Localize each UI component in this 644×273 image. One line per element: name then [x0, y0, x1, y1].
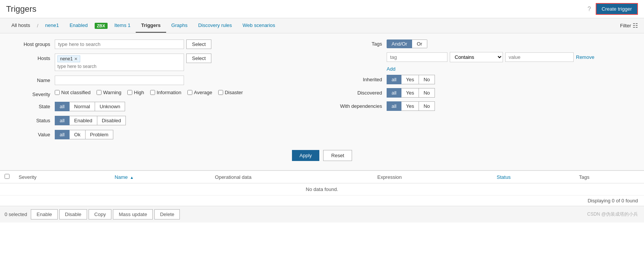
state-control: all Normal Unknown: [55, 102, 314, 111]
hostgroups-select-btn[interactable]: Select: [186, 39, 211, 49]
severity-information[interactable]: Information: [150, 90, 181, 95]
filter-row-value: Value all Ok Problem: [9, 130, 314, 139]
hosts-search-input[interactable]: [57, 64, 111, 69]
discovered-label: Discovered: [330, 90, 387, 96]
state-all-btn[interactable]: all: [55, 102, 69, 111]
status-disabled-btn[interactable]: Disabled: [97, 116, 126, 125]
nav-discovery[interactable]: Discovery rules: [193, 19, 237, 33]
header-right: ? Create trigger: [588, 3, 638, 15]
table-section: Severity Name ▲ Operational data Express…: [0, 171, 644, 206]
severity-disaster[interactable]: Disaster: [218, 90, 243, 95]
disable-button[interactable]: Disable: [59, 209, 87, 219]
discovered-no-btn[interactable]: No: [419, 88, 435, 98]
nav-web[interactable]: Web scenarios: [237, 19, 281, 33]
state-unknown-btn[interactable]: Unknown: [95, 102, 125, 111]
nav-enabled[interactable]: Enabled: [64, 19, 93, 33]
severity-high-check[interactable]: [127, 90, 132, 95]
tags-andor-btn[interactable]: And/Or: [387, 39, 412, 48]
reset-button[interactable]: Reset: [323, 150, 352, 161]
status-enabled-btn[interactable]: Enabled: [69, 116, 97, 125]
enable-button[interactable]: Enable: [31, 209, 57, 219]
mass-update-button[interactable]: Mass update: [113, 209, 152, 219]
severity-not-classified[interactable]: Not classified: [55, 90, 90, 95]
name-input[interactable]: [55, 76, 184, 85]
severity-warning-check[interactable]: [97, 90, 102, 95]
state-toggle-group: all Normal Unknown: [55, 102, 314, 111]
tags-or-btn[interactable]: Or: [412, 39, 427, 48]
delete-button[interactable]: Delete: [154, 209, 180, 219]
status-control: all Enabled Disabled: [55, 116, 314, 125]
hostgroups-input[interactable]: [55, 39, 184, 49]
no-data-cell: No data found.: [0, 183, 644, 196]
severity-high[interactable]: High: [127, 90, 144, 95]
tag-remove-link[interactable]: Remove: [576, 54, 594, 60]
severity-label: Severity: [9, 90, 55, 97]
filter-toggle[interactable]: Filter ☷: [620, 18, 638, 33]
filter-icon: ☷: [633, 22, 638, 29]
nav-triggers[interactable]: Triggers: [136, 19, 166, 33]
nav-tabs: All hosts / nene1 Enabled ZBX Items 1 Tr…: [6, 19, 281, 33]
hosts-select-btn[interactable]: Select: [186, 54, 211, 63]
nav-all-hosts[interactable]: All hosts: [6, 19, 35, 33]
with-dep-no-btn[interactable]: No: [419, 101, 435, 111]
tag-condition-select[interactable]: Contains Equals Does not contain Does no…: [450, 52, 503, 62]
with-dep-label: With dependencies: [330, 103, 387, 109]
hosts-input-wrap: nene1 ✕: [55, 54, 184, 71]
severity-information-check[interactable]: [150, 90, 155, 95]
state-normal-btn[interactable]: Normal: [69, 102, 95, 111]
host-tag-remove[interactable]: ✕: [74, 57, 78, 62]
severity-warning[interactable]: Warning: [97, 90, 121, 95]
th-tags[interactable]: Tags: [574, 171, 644, 183]
th-operational[interactable]: Operational data: [210, 171, 373, 183]
inherited-yes-btn[interactable]: Yes: [401, 75, 419, 84]
nav-host-nene1[interactable]: nene1: [40, 19, 64, 33]
th-severity[interactable]: Severity: [14, 171, 110, 183]
th-expression[interactable]: Expression: [373, 171, 492, 183]
page-header: Triggers ? Create trigger: [0, 0, 644, 18]
severity-disaster-check[interactable]: [218, 90, 223, 95]
create-trigger-button[interactable]: Create trigger: [596, 3, 638, 15]
inherited-no-btn[interactable]: No: [419, 75, 435, 84]
displaying-text: Displaying 0 of 0 found: [0, 196, 644, 206]
selected-count: 0 selected: [5, 211, 27, 217]
select-all-checkbox[interactable]: [5, 174, 10, 179]
value-all-btn[interactable]: all: [55, 130, 69, 139]
discovered-yes-btn[interactable]: Yes: [401, 88, 419, 98]
inherited-all-btn[interactable]: all: [387, 75, 401, 84]
th-status[interactable]: Status: [492, 171, 574, 183]
with-dep-all-btn[interactable]: all: [387, 101, 401, 111]
value-problem-btn[interactable]: Problem: [85, 130, 113, 139]
hostgroups-control: Select: [55, 39, 314, 49]
status-all-btn[interactable]: all: [55, 116, 69, 125]
host-tag-nene1: nene1 ✕: [57, 55, 80, 62]
apply-button[interactable]: Apply: [292, 150, 320, 161]
filter-row-with-dep: With dependencies all Yes No: [330, 101, 635, 111]
triggers-table: Severity Name ▲ Operational data Express…: [0, 171, 644, 196]
th-select-all[interactable]: [0, 171, 14, 183]
value-control: all Ok Problem: [55, 130, 314, 139]
inherited-toggle-group: all Yes No: [387, 75, 435, 84]
severity-average[interactable]: Average: [187, 90, 212, 95]
th-name[interactable]: Name ▲: [110, 171, 210, 183]
nav-graphs[interactable]: Graphs: [166, 19, 193, 33]
tag-filter-container: Contains Equals Does not contain Does no…: [387, 52, 635, 72]
tag-value-input[interactable]: [505, 52, 574, 62]
page-title: Triggers: [6, 4, 36, 14]
nav-bar: All hosts / nene1 Enabled ZBX Items 1 Tr…: [0, 18, 644, 33]
with-dep-yes-btn[interactable]: Yes: [401, 101, 419, 111]
discovered-all-btn[interactable]: all: [387, 88, 401, 98]
tag-add-link[interactable]: Add: [387, 66, 395, 72]
tag-name-input[interactable]: [387, 52, 447, 62]
severity-not-classified-check[interactable]: [55, 90, 60, 95]
tags-operator-group: And/Or Or: [387, 39, 427, 48]
copy-button[interactable]: Copy: [89, 209, 111, 219]
filter-left: Host groups Select Hosts nene1: [9, 39, 314, 144]
state-label: State: [9, 102, 55, 109]
nav-items[interactable]: Items 1: [109, 19, 136, 33]
filter-row-severity: Severity Not classified Warning: [9, 90, 314, 97]
table-body: No data found.: [0, 183, 644, 196]
help-icon[interactable]: ?: [588, 6, 591, 13]
severity-average-check[interactable]: [187, 90, 192, 95]
hostgroups-label: Host groups: [9, 39, 55, 47]
value-ok-btn[interactable]: Ok: [69, 130, 85, 139]
